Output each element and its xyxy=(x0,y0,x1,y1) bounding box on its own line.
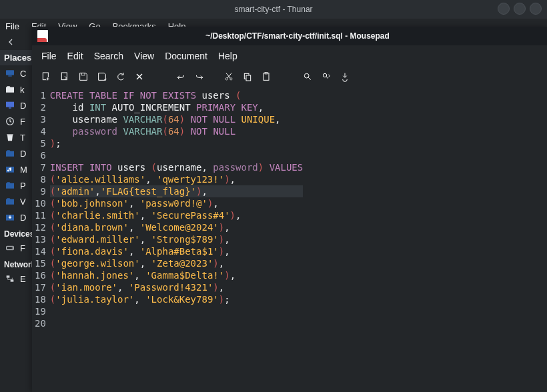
code-line[interactable]: ('charlie.smith', 'SecurePass#4'), xyxy=(50,209,303,221)
code-line[interactable]: ('bob.johnson', 'passw0rd!@'), xyxy=(50,197,303,209)
code-line[interactable]: ('julia.taylor', 'Lock&Key789'); xyxy=(50,293,303,305)
svg-point-23 xyxy=(323,73,326,77)
computer-icon xyxy=(4,67,16,79)
back-button[interactable] xyxy=(4,35,17,49)
code-line[interactable]: ('admin','FLAG{test_flag}'), xyxy=(50,185,303,197)
find-icon[interactable] xyxy=(300,69,315,84)
place-label: V xyxy=(20,197,26,207)
svg-point-17 xyxy=(230,78,232,80)
clock-icon xyxy=(4,115,16,127)
svg-rect-10 xyxy=(7,275,10,277)
svg-rect-0 xyxy=(6,70,14,75)
paste-icon[interactable] xyxy=(259,69,274,84)
folder-home-icon xyxy=(4,83,16,95)
svg-point-16 xyxy=(225,78,227,80)
place-label: E xyxy=(20,274,26,284)
undo-icon[interactable] xyxy=(173,69,188,84)
code-line[interactable]: username VARCHAR(64) NOT NULL UNIQUE, xyxy=(50,113,303,125)
svg-rect-5 xyxy=(7,134,13,135)
svg-point-9 xyxy=(12,247,13,248)
mousepad-titlebar: ~/Desktop/CTF/smart-city-ctf/init.sql - … xyxy=(32,27,547,45)
new-file-icon[interactable] xyxy=(39,69,53,84)
mp-menu-view[interactable]: View xyxy=(134,51,154,61)
mousepad-toolbar xyxy=(32,67,547,89)
close-button[interactable] xyxy=(530,3,542,15)
place-label: D xyxy=(20,149,26,159)
maximize-button[interactable] xyxy=(514,3,526,15)
place-label: F xyxy=(20,243,25,253)
thunar-titlebar: smart-city-ctf - Thunar xyxy=(0,0,547,19)
close-file-icon[interactable] xyxy=(132,69,147,84)
code-line[interactable]: ('edward.miller', 'Strong$789'), xyxy=(50,233,303,245)
code-line[interactable]: ('alice.williams', 'qwerty123!'), xyxy=(50,173,303,185)
svg-rect-11 xyxy=(11,279,14,281)
folder-blue-icon xyxy=(4,179,16,191)
trash-icon xyxy=(4,131,16,143)
mousepad-menubar: File Edit Search View Document Help xyxy=(32,45,547,67)
place-label: D xyxy=(20,101,26,111)
redo-icon[interactable] xyxy=(192,69,207,84)
code-area[interactable]: CREATE TABLE IF NOT EXISTS users ( id IN… xyxy=(50,89,303,392)
code-line[interactable] xyxy=(50,305,303,317)
save-icon[interactable] xyxy=(76,69,91,84)
mp-menu-edit[interactable]: Edit xyxy=(67,51,83,61)
code-line[interactable]: password VARCHAR(64) NOT NULL xyxy=(50,125,303,137)
code-line[interactable]: ); xyxy=(50,137,303,149)
mp-menu-help[interactable]: Help xyxy=(218,51,237,61)
mp-menu-search[interactable]: Search xyxy=(94,51,123,61)
folder-blue-icon xyxy=(4,195,16,207)
mousepad-title: ~/Desktop/CTF/smart-city-ctf/init.sql - … xyxy=(53,31,542,41)
music-icon xyxy=(4,163,16,175)
editor-area[interactable]: 1 2 3 4 5 6 7 8 91011121314151617181920 … xyxy=(32,89,547,392)
code-line[interactable] xyxy=(50,317,303,329)
place-label: T xyxy=(20,133,25,143)
code-line[interactable]: id INT AUTO_INCREMENT PRIMARY KEY, xyxy=(50,101,303,113)
save-as-icon[interactable] xyxy=(95,69,109,84)
find-replace-icon[interactable] xyxy=(319,69,334,84)
place-label: k xyxy=(20,85,25,95)
open-file-icon[interactable] xyxy=(57,69,72,84)
mousepad-window: ~/Desktop/CTF/smart-city-ctf/init.sql - … xyxy=(32,27,547,392)
network-icon xyxy=(4,273,16,285)
drive-icon xyxy=(4,242,16,254)
place-label: C xyxy=(20,69,26,79)
code-line[interactable] xyxy=(50,149,303,161)
folder-blue-icon xyxy=(4,147,16,159)
place-label: M xyxy=(20,165,27,175)
code-line[interactable]: ('george.wilson', 'Zeta@2023'), xyxy=(50,257,303,269)
cut-icon[interactable] xyxy=(221,69,236,84)
code-line[interactable]: ('diana.brown', 'Welcome@2024'), xyxy=(50,221,303,233)
goto-icon[interactable] xyxy=(338,69,352,84)
svg-rect-1 xyxy=(8,75,11,76)
code-line[interactable]: CREATE TABLE IF NOT EXISTS users ( xyxy=(50,89,303,101)
place-label: F xyxy=(20,117,25,127)
window-buttons xyxy=(498,3,542,15)
svg-point-22 xyxy=(304,73,309,78)
code-line[interactable]: ('ian.moore', 'Password!4321'), xyxy=(50,281,303,293)
mp-menu-file[interactable]: File xyxy=(41,51,57,61)
place-label: D xyxy=(20,213,26,223)
copy-icon[interactable] xyxy=(240,69,255,84)
code-line[interactable]: ('fiona.davis', 'Alpha#Beta$1'), xyxy=(50,245,303,257)
desktop-icon xyxy=(4,99,16,111)
thunar-menu-file[interactable]: File xyxy=(5,21,19,31)
downloads-icon xyxy=(4,211,16,223)
svg-rect-2 xyxy=(6,102,14,107)
thunar-title: smart-city-ctf - Thunar xyxy=(234,5,312,14)
place-label: P xyxy=(20,181,26,191)
code-line[interactable]: INSERT INTO users (username, password) V… xyxy=(50,161,303,173)
minimize-button[interactable] xyxy=(498,3,510,15)
mp-menu-document[interactable]: Document xyxy=(165,51,207,61)
code-line[interactable]: ('hannah.jones', 'Gamma$Delta!'), xyxy=(50,269,303,281)
line-gutter: 1 2 3 4 5 6 7 8 91011121314151617181920 xyxy=(32,89,50,392)
mousepad-app-icon xyxy=(37,30,48,42)
svg-rect-19 xyxy=(246,75,251,81)
reload-icon[interactable] xyxy=(113,69,128,84)
svg-rect-3 xyxy=(9,107,11,108)
